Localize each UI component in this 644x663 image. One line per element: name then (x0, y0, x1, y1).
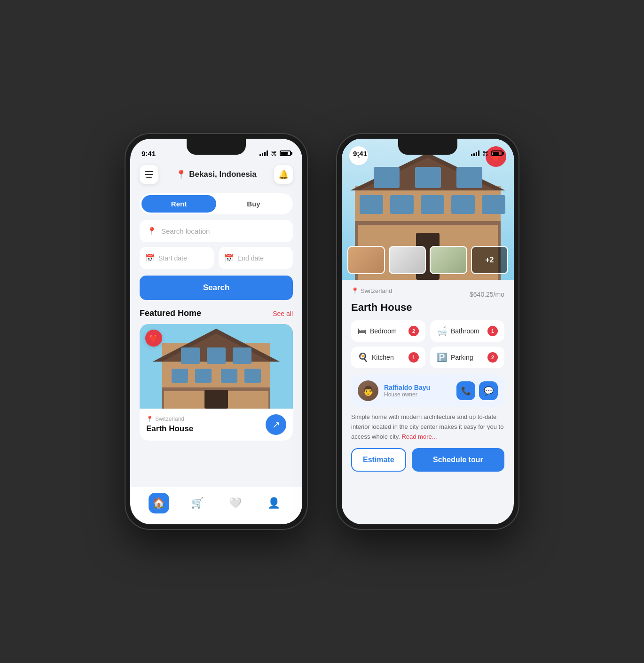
location-text: Bekasi, Indonesia (189, 170, 257, 179)
search-location-placeholder: Search location (161, 227, 210, 235)
calendar-start-icon: 📅 (145, 253, 155, 262)
bathroom-label: Bathroom (451, 327, 479, 335)
svg-rect-22 (456, 167, 482, 188)
property-detail-button[interactable]: ↗ (266, 414, 286, 435)
date-row: 📅 Start date 📅 End date (140, 247, 293, 269)
thumbnail-row: +2 (347, 246, 508, 274)
owner-name: Raffialdo Bayu (384, 384, 451, 391)
thumbnail-more[interactable]: +2 (471, 246, 509, 274)
schedule-tour-button[interactable]: Schedule tour (412, 448, 504, 472)
bedroom-count: 2 (408, 326, 419, 336)
svg-rect-6 (233, 347, 251, 364)
nav-home[interactable]: 🏠 (149, 493, 169, 513)
svg-rect-25 (421, 195, 444, 214)
property-name: Earth House (146, 424, 193, 434)
notch-2 (398, 139, 457, 155)
signal-icon-2 (471, 150, 479, 156)
header-bar: 📍 Bekasi, Indonesia 🔔 (140, 161, 293, 188)
detail-location-text: Switzerland (361, 287, 392, 294)
svg-rect-21 (415, 167, 441, 188)
property-location-text: Switzerland (155, 416, 184, 422)
nav-profile[interactable]: 👤 (263, 493, 284, 513)
time-2: 9:41 (353, 150, 367, 158)
detail-property-name: Earth House (351, 301, 504, 314)
message-button[interactable]: 💬 (479, 381, 498, 400)
svg-rect-27 (482, 195, 505, 214)
location-pin-icon: 📍 (176, 169, 186, 180)
search-location-field[interactable]: 📍 Search location (140, 220, 293, 242)
bathroom-count: 1 (487, 326, 498, 336)
svg-rect-12 (162, 391, 164, 409)
property-card[interactable]: ❤️ 📍 Switzerland Earth House ↗ (140, 324, 293, 441)
owner-info: Raffialdo Bayu House owner (384, 384, 451, 398)
time-1: 9:41 (141, 150, 156, 158)
feature-kitchen: 🍳 Kitchen 1 (351, 347, 425, 368)
cart-nav-icon: 🛒 (187, 493, 207, 513)
thumbnail-3[interactable] (430, 246, 467, 274)
featured-title: Featured Home (140, 308, 201, 318)
kitchen-label: Kitchen (372, 354, 394, 361)
property-location: 📍 Switzerland (146, 416, 193, 422)
tab-buy[interactable]: Buy (216, 195, 291, 213)
notch (187, 139, 246, 155)
end-date-placeholder: End date (237, 254, 264, 262)
location-label: 📍 Bekasi, Indonesia (176, 169, 257, 180)
battery-icon (280, 150, 291, 156)
hamburger-button[interactable] (140, 165, 158, 184)
svg-rect-7 (172, 369, 188, 383)
phone-1: 9:41 ⌘ (125, 133, 308, 530)
detail-price: $640.25/mo (470, 287, 504, 300)
featured-section-header: Featured Home See all (140, 308, 293, 318)
bathroom-icon: 🛁 (437, 326, 447, 336)
nav-cart[interactable]: 🛒 (187, 493, 207, 513)
thumbnail-1[interactable] (347, 246, 385, 274)
search-button[interactable]: Search (140, 276, 293, 300)
start-date-placeholder: Start date (158, 254, 187, 262)
property-info: 📍 Switzerland Earth House ↗ (140, 409, 293, 441)
tab-rent[interactable]: Rent (141, 195, 216, 213)
feature-parking: 🅿️ Parking 2 (430, 347, 504, 368)
feature-bathroom: 🛁 Bathroom 1 (430, 320, 504, 342)
start-date-field[interactable]: 📅 Start date (140, 247, 214, 269)
see-all-button[interactable]: See all (273, 310, 293, 317)
svg-rect-10 (244, 369, 261, 383)
svg-rect-28 (355, 221, 501, 225)
calendar-end-icon: 📅 (224, 253, 234, 262)
signal-icon (259, 150, 268, 156)
detail-location: 📍 Switzerland (351, 287, 392, 294)
read-more-button[interactable]: Read more... (401, 433, 437, 440)
svg-rect-20 (374, 167, 400, 188)
estimate-button[interactable]: Estimate (351, 448, 406, 472)
nav-favorites[interactable]: 🤍 (225, 493, 246, 513)
svg-rect-9 (221, 369, 237, 383)
phone-2: 9:41 ⌘ (336, 133, 519, 530)
property-image: ❤️ (140, 324, 293, 409)
thumbnail-2[interactable] (389, 246, 426, 274)
bedroom-label: Bedroom (370, 327, 397, 335)
owner-avatar: 👨 (358, 380, 378, 401)
svg-rect-14 (204, 390, 228, 409)
favorites-nav-icon: 🤍 (225, 493, 246, 513)
location-search-icon: 📍 (147, 227, 157, 236)
svg-rect-24 (390, 195, 414, 214)
end-date-field[interactable]: 📅 End date (219, 247, 293, 269)
svg-rect-8 (195, 369, 212, 383)
status-icons-1: ⌘ (259, 150, 291, 157)
svg-rect-23 (360, 195, 383, 214)
owner-role: House owner (384, 391, 451, 398)
phone1-main: 📍 Bekasi, Indonesia 🔔 Rent Buy 📍 Search … (130, 161, 302, 524)
bottom-navigation: 🏠 🛒 🤍 👤 (130, 487, 302, 524)
call-button[interactable]: 📞 (456, 381, 475, 400)
favorite-badge[interactable]: ❤️ (145, 330, 162, 347)
svg-rect-5 (207, 347, 226, 364)
notification-button[interactable]: 🔔 (274, 165, 293, 184)
profile-nav-icon: 👤 (263, 493, 284, 513)
parking-icon: 🅿️ (437, 352, 447, 363)
status-icons-2: ⌘ (471, 150, 503, 157)
parking-label: Parking (451, 354, 473, 361)
property-pin-icon: 📍 (146, 416, 153, 422)
features-grid: 🛏 Bedroom 2 🛁 Bathroom 1 (351, 320, 504, 368)
wifi-icon: ⌘ (271, 150, 277, 157)
property-details: 📍 Switzerland Earth House (146, 416, 193, 434)
contact-buttons: 📞 💬 (456, 381, 498, 400)
